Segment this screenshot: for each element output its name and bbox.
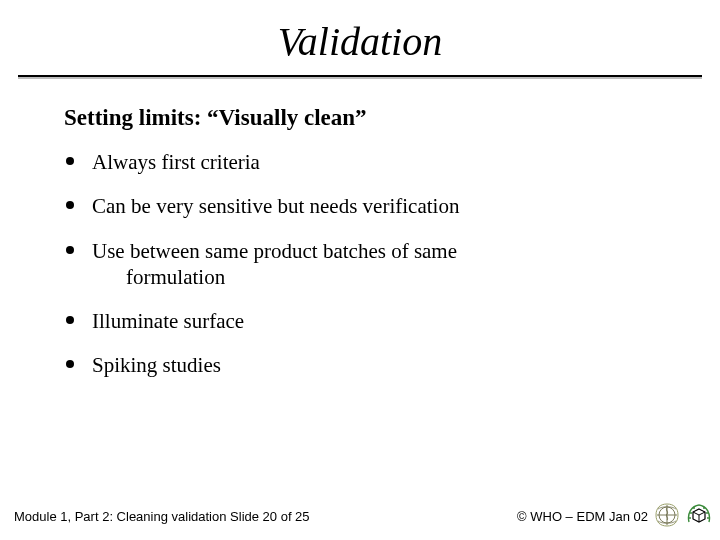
footer: Module 1, Part 2: Cleaning validation Sl… <box>0 502 720 530</box>
list-item: Spiking studies <box>64 352 656 378</box>
laurel-cube-logo-icon <box>686 502 712 531</box>
bullet-text: Illuminate surface <box>92 308 656 334</box>
bullet-icon <box>66 246 74 254</box>
svg-line-10 <box>693 512 699 515</box>
bullet-icon <box>66 201 74 209</box>
bullet-icon <box>66 360 74 368</box>
bullet-text: Always first criteria <box>92 149 656 175</box>
list-item: Use between same product batches of same… <box>64 238 656 291</box>
footer-right-text: © WHO – EDM Jan 02 <box>517 509 648 524</box>
who-logo-icon <box>654 502 680 531</box>
svg-point-6 <box>707 517 709 519</box>
bullet-text: Use between same product batches of same… <box>92 238 656 291</box>
bullet-text: Can be very sensitive but needs verifica… <box>92 193 656 219</box>
list-item: Can be very sensitive but needs verifica… <box>64 193 656 219</box>
svg-point-4 <box>690 512 692 514</box>
bullet-icon <box>66 157 74 165</box>
list-item: Always first criteria <box>64 149 656 175</box>
footer-left-text: Module 1, Part 2: Cleaning validation Sl… <box>0 509 517 524</box>
footer-right: © WHO – EDM Jan 02 <box>517 502 720 531</box>
slide-title: Validation <box>0 0 720 75</box>
slide-subtitle: Setting limits: “Visually clean” <box>64 105 656 131</box>
bullet-list: Always first criteria Can be very sensit… <box>64 149 656 379</box>
slide: Validation Setting limits: “Visually cle… <box>0 0 720 540</box>
svg-point-5 <box>693 507 695 509</box>
bullet-icon <box>66 316 74 324</box>
svg-point-3 <box>689 517 691 519</box>
svg-point-7 <box>706 512 708 514</box>
bullet-text: Spiking studies <box>92 352 656 378</box>
list-item: Illuminate surface <box>64 308 656 334</box>
svg-line-11 <box>699 512 705 515</box>
svg-point-8 <box>703 507 705 509</box>
bullet-text-line1: Use between same product batches of same <box>92 239 457 263</box>
bullet-text-line2: formulation <box>92 264 656 290</box>
content-area: Setting limits: “Visually clean” Always … <box>0 77 720 379</box>
